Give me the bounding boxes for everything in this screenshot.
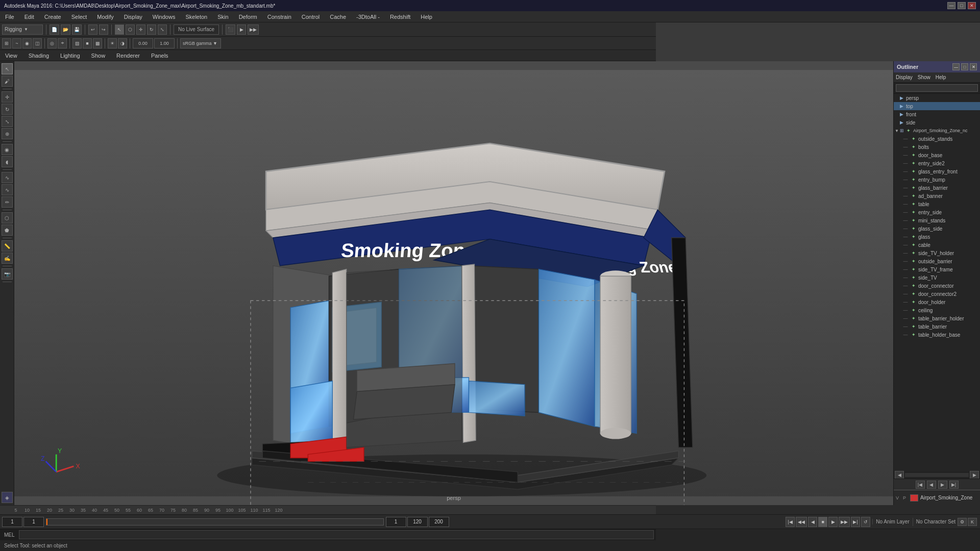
range-start-box[interactable]: 1 xyxy=(386,517,406,527)
render-settings-btn[interactable]: ⬛ xyxy=(226,24,235,35)
symmetry-btn[interactable]: ⫩ xyxy=(58,38,67,48)
vp-menu-renderer[interactable]: Renderer xyxy=(114,52,142,60)
measure-btn[interactable]: 📏 xyxy=(2,240,13,252)
current-frame-box[interactable]: 1 xyxy=(2,517,22,527)
smooth-shade-btn[interactable]: ■ xyxy=(83,38,92,48)
menu-create[interactable]: Create xyxy=(42,13,63,21)
goto-end-btn[interactable]: ▶| xyxy=(851,517,860,527)
lighting-btn[interactable]: ☀ xyxy=(108,38,117,48)
tree-item-top[interactable]: ▶ top xyxy=(894,102,980,110)
vp-menu-show[interactable]: Show xyxy=(89,52,108,60)
tree-item-persp[interactable]: ▶ persp xyxy=(894,94,980,102)
tree-item-side-tv-frame[interactable]: — ✦ side_TV_frame xyxy=(894,265,980,273)
undo-btn[interactable]: ↩ xyxy=(88,24,97,35)
nav-prev[interactable]: ◀ xyxy=(927,481,936,489)
menu-skeleton[interactable]: Skeleton xyxy=(183,13,209,21)
outliner-hscroll[interactable]: ◀ ▶ xyxy=(894,471,980,479)
close-btn[interactable]: ✕ xyxy=(968,2,976,9)
play-fwd-btn[interactable]: ▶ xyxy=(828,517,838,527)
save-btn[interactable]: 💾 xyxy=(72,24,82,35)
tree-item-ceiling[interactable]: — ✦ ceiling xyxy=(894,306,980,314)
render-btn[interactable]: ▶ xyxy=(237,24,246,35)
tree-item-table-holder-base[interactable]: — ✦ table_holder_base xyxy=(894,331,980,339)
minimize-btn[interactable]: — xyxy=(947,2,955,9)
menu-help[interactable]: Help xyxy=(419,13,434,21)
tree-item-entry-side[interactable]: — ✦ entry_side xyxy=(894,208,980,216)
val1-box[interactable]: 0.00 xyxy=(133,38,153,48)
tree-item-cable[interactable]: — ✦ cable xyxy=(894,241,980,249)
menu-display[interactable]: Display xyxy=(122,13,144,21)
select-tool-btn[interactable]: ↖ xyxy=(115,24,124,35)
tree-item-glass-entry-front[interactable]: — ✦ glass_entry_front xyxy=(894,167,980,176)
tree-item-door-holder[interactable]: — ✦ door_holder xyxy=(894,298,980,306)
vp-menu-panels[interactable]: Panels xyxy=(149,52,170,60)
nav-next[interactable]: ▶ xyxy=(938,481,947,489)
tree-item-ad-banner[interactable]: — ✦ ad_banner xyxy=(894,192,980,200)
menu-cache[interactable]: Cache xyxy=(328,13,348,21)
scroll-right-btn[interactable]: ▶ xyxy=(970,471,979,479)
tree-item-outside-barrier[interactable]: — ✦ outside_barrier xyxy=(894,257,980,265)
viewport[interactable]: Smoking Zone Smoking Zone xyxy=(14,61,893,505)
nav-first[interactable]: |◀ xyxy=(916,481,925,489)
outliner-search-input[interactable] xyxy=(896,84,978,92)
menu-windows[interactable]: Windows xyxy=(151,13,178,21)
tree-item-outside-stands[interactable]: — ✦ outside_stands xyxy=(894,135,980,143)
snap-grid-btn[interactable]: ⊞ xyxy=(2,38,11,48)
open-btn[interactable]: 📂 xyxy=(61,24,70,35)
soft-select-btn[interactable]: ◎ xyxy=(47,38,57,48)
timeline-track[interactable] xyxy=(46,518,384,525)
tree-item-group[interactable]: ▼ ⊞ ✦ Airport_Smoking_Zone_nc xyxy=(894,127,980,135)
ol-menu-help[interactable]: Help xyxy=(936,74,946,80)
universal-lt-btn[interactable]: ⊕ xyxy=(2,128,13,139)
stop-btn[interactable]: ■ xyxy=(818,517,827,527)
maximize-btn[interactable]: □ xyxy=(958,2,966,9)
menu-skin[interactable]: Skin xyxy=(215,13,230,21)
vp-menu-view[interactable]: View xyxy=(3,52,19,60)
menu-modify[interactable]: Modify xyxy=(95,13,115,21)
new-scene-btn[interactable]: 📄 xyxy=(50,24,59,35)
texture-btn[interactable]: ▩ xyxy=(93,38,102,48)
outliner-minimize[interactable]: — xyxy=(952,63,960,70)
tree-item-front[interactable]: ▶ front xyxy=(894,110,980,118)
outliner-close[interactable]: ✕ xyxy=(970,63,977,70)
scroll-left-btn[interactable]: ◀ xyxy=(895,471,904,479)
play-back-btn[interactable]: ◀ xyxy=(808,517,817,527)
outliner-maximize[interactable]: □ xyxy=(961,63,968,70)
show-ui-btn[interactable]: ◈ xyxy=(2,492,13,503)
scale-btn[interactable]: ⤡ xyxy=(158,24,167,35)
vp-menu-shading[interactable]: Shading xyxy=(27,52,51,60)
tree-item-glass-barrier[interactable]: — ✦ glass_barrier xyxy=(894,184,980,192)
paint-sel-btn[interactable]: 🖌 xyxy=(2,76,13,87)
menu-3dtoall[interactable]: -3DtoAll - xyxy=(354,13,382,21)
tree-item-door-connector[interactable]: — ✦ door_connector xyxy=(894,282,980,290)
rotate-btn[interactable]: ↻ xyxy=(147,24,156,35)
tree-item-side-tv-holder[interactable]: — ✦ side_TV_holder xyxy=(894,249,980,257)
snap-point-btn[interactable]: ◉ xyxy=(22,38,32,48)
move-lt-btn[interactable]: ✛ xyxy=(2,91,13,103)
select-tool-lt[interactable]: ↖ xyxy=(2,63,13,74)
tree-item-side[interactable]: ▶ side xyxy=(894,118,980,127)
frame-display-box[interactable]: 1 xyxy=(23,517,44,527)
range-end-box[interactable]: 120 xyxy=(407,517,428,527)
menu-edit[interactable]: Edit xyxy=(22,13,36,21)
layer-color-swatch[interactable] xyxy=(910,494,918,502)
nav-last[interactable]: ▶| xyxy=(949,481,959,489)
camera-btn[interactable]: 📷 xyxy=(2,268,13,280)
tree-item-mini-stands[interactable]: — ✦ mini_stands xyxy=(894,216,980,224)
menu-deform[interactable]: Deform xyxy=(237,13,259,21)
tree-item-table[interactable]: — ✦ table xyxy=(894,200,980,208)
annotate-btn[interactable]: ✍ xyxy=(2,253,13,264)
cv-curve-btn[interactable]: ∿ xyxy=(2,172,13,183)
menu-constrain[interactable]: Constrain xyxy=(265,13,293,21)
menu-select[interactable]: Select xyxy=(69,13,89,21)
outliner-tree[interactable]: ▶ persp ▶ top ▶ front ▶ side ▼ xyxy=(894,94,980,471)
mode-dropdown[interactable]: Rigging ▼ xyxy=(2,24,43,35)
step-fwd-btn[interactable]: ▶▶ xyxy=(839,517,850,527)
menu-redshift[interactable]: Redshift xyxy=(388,13,412,21)
tree-item-door-connector2[interactable]: — ✦ door_connector2 xyxy=(894,290,980,298)
move-btn[interactable]: ✛ xyxy=(136,24,145,35)
tree-item-glass[interactable]: — ✦ glass xyxy=(894,233,980,241)
menu-control[interactable]: Control xyxy=(300,13,322,21)
tree-item-door-base[interactable]: — ✦ door_base xyxy=(894,151,980,159)
tree-item-table-barrier-holder[interactable]: — ✦ table_barrier_holder xyxy=(894,314,980,322)
